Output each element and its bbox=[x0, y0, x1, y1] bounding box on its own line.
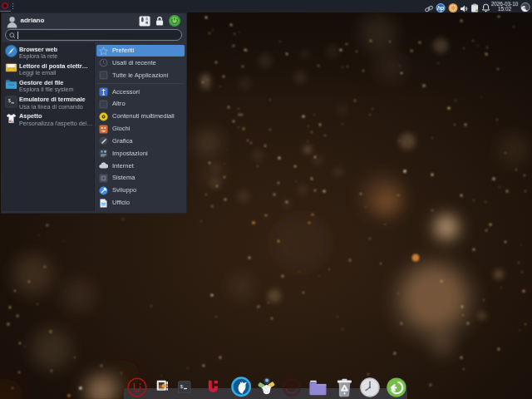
svg-text:$: $ bbox=[180, 383, 184, 389]
svg-text:hp: hp bbox=[437, 5, 444, 12]
svg-text:15:02: 15:02 bbox=[498, 6, 511, 12]
